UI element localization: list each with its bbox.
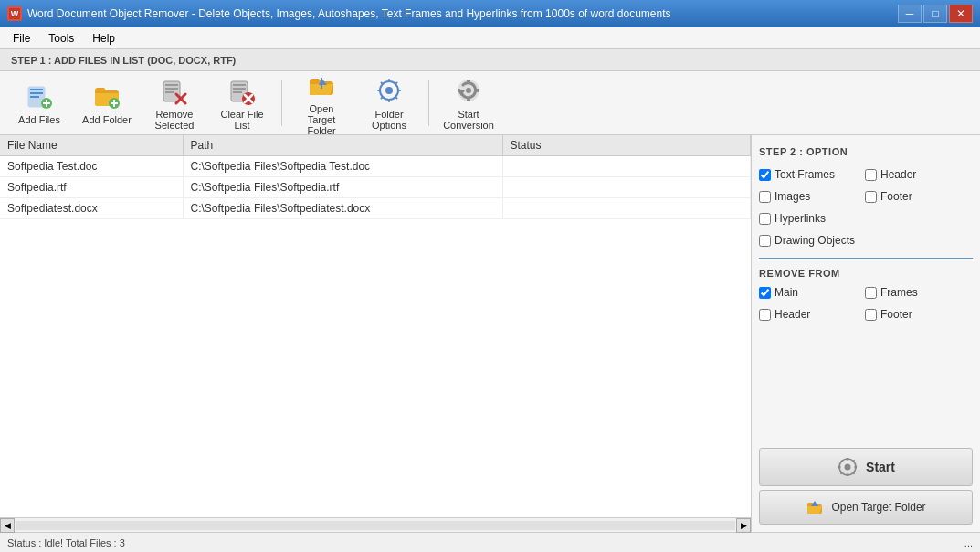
remove-main-option[interactable]: Main xyxy=(759,286,859,299)
svg-line-34 xyxy=(395,97,396,98)
start-button[interactable]: Start xyxy=(759,448,973,486)
svg-rect-43 xyxy=(477,89,479,92)
remove-header-label: Header xyxy=(775,308,810,321)
window-controls: ─ □ ✕ xyxy=(898,5,973,23)
menu-bar: File Tools Help xyxy=(0,27,980,49)
option-row-hyperlinks: Hyperlinks xyxy=(759,210,973,227)
maximize-button[interactable]: □ xyxy=(923,5,947,23)
drawing-objects-label: Drawing Objects xyxy=(775,234,855,247)
remove-from-main-frames: Main Frames xyxy=(759,284,973,301)
folder-options-label: Folder Options xyxy=(362,109,416,131)
svg-rect-13 xyxy=(165,84,178,86)
status-text: Status : Idle! Total Files : 3 xyxy=(7,537,125,548)
cell-filename: Softpedia.rtf xyxy=(0,177,183,198)
header-checkbox[interactable] xyxy=(865,169,877,181)
text-frames-checkbox[interactable] xyxy=(759,169,771,181)
column-path: Path xyxy=(183,135,502,156)
hyperlinks-option[interactable]: Hyperlinks xyxy=(759,212,859,225)
open-folder-action-icon xyxy=(806,498,824,516)
cell-filename: Softpediatest.docx xyxy=(0,198,183,219)
header-label: Header xyxy=(880,168,916,181)
status-corner: ... xyxy=(964,537,973,548)
remove-from-header-footer: Header Footer xyxy=(759,306,973,323)
remove-footer-checkbox[interactable] xyxy=(865,309,877,321)
options-divider xyxy=(759,258,973,259)
remove-selected-label: Remove Selected xyxy=(147,109,202,131)
file-scroll-area[interactable]: File Name Path Status Softpedia Test.doc… xyxy=(0,135,751,517)
svg-text:W: W xyxy=(11,9,19,18)
add-folder-button[interactable]: Add Folder xyxy=(75,76,139,131)
images-checkbox[interactable] xyxy=(759,191,771,203)
option-row-text-frames-header: Text Frames Header xyxy=(759,166,973,183)
drawing-objects-checkbox[interactable] xyxy=(759,235,771,247)
minimize-button[interactable]: ─ xyxy=(898,5,922,23)
svg-point-39 xyxy=(466,88,471,93)
hyperlinks-checkbox[interactable] xyxy=(759,213,771,225)
horizontal-scrollbar[interactable]: ◀ ▶ xyxy=(0,517,751,532)
cell-status xyxy=(502,156,751,177)
table-row[interactable]: Softpedia Test.doc C:\Softpedia Files\So… xyxy=(0,156,751,177)
svg-rect-3 xyxy=(30,89,43,90)
remove-selected-button[interactable]: Remove Selected xyxy=(142,76,206,131)
column-filename: File Name xyxy=(0,135,183,156)
hyperlinks-label: Hyperlinks xyxy=(775,212,826,225)
remove-from-header: REMOVE FROM xyxy=(759,268,973,279)
cell-filename: Softpedia Test.doc xyxy=(0,156,183,177)
main-content: File Name Path Status Softpedia Test.doc… xyxy=(0,135,980,532)
svg-rect-14 xyxy=(165,88,178,90)
file-list-area: File Name Path Status Softpedia Test.doc… xyxy=(0,135,752,532)
svg-rect-49 xyxy=(855,466,858,469)
svg-line-35 xyxy=(395,82,396,83)
drawing-objects-option[interactable]: Drawing Objects xyxy=(759,234,859,247)
remove-footer-option[interactable]: Footer xyxy=(865,308,912,321)
svg-line-33 xyxy=(382,82,383,83)
svg-rect-4 xyxy=(30,92,43,94)
svg-rect-20 xyxy=(233,88,246,90)
remove-frames-option[interactable]: Frames xyxy=(865,286,918,299)
footer-option[interactable]: Footer xyxy=(865,190,912,203)
remove-header-option[interactable]: Header xyxy=(759,308,859,321)
file-table: File Name Path Status Softpedia Test.doc… xyxy=(0,135,751,219)
table-row[interactable]: Softpediatest.docx C:\Softpedia Files\So… xyxy=(0,198,751,219)
add-files-button[interactable]: Add Files xyxy=(7,76,71,131)
remove-frames-checkbox[interactable] xyxy=(865,287,877,299)
scroll-track[interactable] xyxy=(16,521,735,530)
table-row[interactable]: Softpedia.rtf C:\Softpedia Files\Softped… xyxy=(0,177,751,198)
images-label: Images xyxy=(775,190,810,203)
window-title: Word Document Object Remover - Delete Ob… xyxy=(27,7,671,20)
svg-rect-46 xyxy=(847,458,849,461)
clear-file-list-icon xyxy=(227,76,257,105)
svg-rect-21 xyxy=(233,91,242,93)
scroll-right-button[interactable]: ▶ xyxy=(736,518,751,533)
images-option[interactable]: Images xyxy=(759,190,859,203)
close-button[interactable]: ✕ xyxy=(949,5,973,23)
cell-path: C:\Softpedia Files\Softpedia.rtf xyxy=(183,177,502,198)
footer-checkbox[interactable] xyxy=(865,191,877,203)
svg-line-36 xyxy=(382,97,383,98)
step1-header: STEP 1 : ADD FILES IN LIST (DOC, DOCX, R… xyxy=(0,49,980,71)
start-label: Start xyxy=(866,460,895,474)
open-target-folder-action-button[interactable]: Open Target Folder xyxy=(759,490,973,525)
folder-options-button[interactable]: Folder Options xyxy=(357,76,421,131)
scroll-left-button[interactable]: ◀ xyxy=(0,518,15,533)
remove-footer-label: Footer xyxy=(880,308,912,321)
remove-main-checkbox[interactable] xyxy=(759,287,771,299)
remove-header-checkbox[interactable] xyxy=(759,309,771,321)
clear-file-list-button[interactable]: Clear File List xyxy=(210,76,274,131)
start-conversion-button[interactable]: Start Conversion xyxy=(437,76,501,131)
column-status: Status xyxy=(502,135,751,156)
menu-help[interactable]: Help xyxy=(83,30,124,47)
open-target-folder-button[interactable]: Open Target Folder xyxy=(290,76,353,131)
right-panel: STEP 2 : OPTION Text Frames Header Image… xyxy=(752,135,980,532)
option-row-drawing-objects: Drawing Objects xyxy=(759,232,973,249)
menu-file[interactable]: File xyxy=(4,30,39,47)
remove-frames-label: Frames xyxy=(880,286,918,299)
menu-tools[interactable]: Tools xyxy=(39,30,83,47)
text-frames-option[interactable]: Text Frames xyxy=(759,168,859,181)
remove-selected-icon xyxy=(160,76,189,105)
add-files-label: Add Files xyxy=(18,114,60,125)
header-option[interactable]: Header xyxy=(865,168,916,181)
toolbar-separator-2 xyxy=(428,80,429,126)
svg-point-45 xyxy=(845,464,851,471)
add-folder-icon xyxy=(92,81,121,111)
